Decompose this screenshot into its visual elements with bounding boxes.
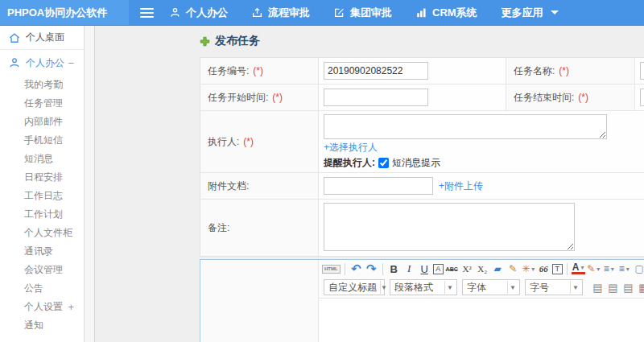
nav-personal-office[interactable]: 个人办公 [170, 6, 228, 20]
remark-label: 备注: [200, 200, 319, 256]
bold-icon[interactable]: B [387, 262, 401, 276]
required-mark: (*) [253, 65, 263, 76]
page-title: 发布任务 [200, 34, 644, 48]
app-logo: PHPOA协同办公软件 [0, 0, 129, 25]
add-icon [200, 36, 210, 47]
caret-down-icon [551, 10, 559, 14]
sidebar-submenu: 我的考勤任务管理内部邮件手机短信短消息日程安排工作日志工作计划个人文件柜通讯录会… [0, 76, 84, 298]
task-no-input[interactable] [324, 62, 428, 80]
blockquote-icon[interactable]: 66 [537, 262, 551, 276]
upload-icon [252, 7, 262, 18]
sidebar-item[interactable]: 个人文件柜 [0, 224, 84, 242]
custom-title-select[interactable]: 自定义标题 ▼ [324, 279, 385, 295]
align-center-icon[interactable]: ▤ [606, 280, 620, 295]
strikethrough-icon[interactable]: ABC [445, 262, 459, 276]
top-nav: 个人办公 流程审批 集团审批 CRM系统 更多应用 [170, 6, 559, 20]
sidebar-item[interactable]: 通讯录 [0, 242, 84, 261]
font-size-select[interactable]: 字号 ▼ [525, 279, 583, 295]
sidebar-item[interactable]: 任务管理 [0, 94, 84, 113]
start-time-input[interactable] [324, 89, 428, 106]
editor-toolbar-row2-icons: ▤▤▤▦∞∞ [590, 280, 644, 295]
toolbar-separator [345, 263, 345, 275]
attachment-label: 附件文档: [200, 173, 319, 199]
sidebar-item[interactable]: 工作日志 [0, 187, 84, 205]
paste-as-text-icon[interactable]: T [552, 264, 563, 274]
nav-workflow-approval[interactable]: 流程审批 [252, 6, 310, 20]
task-name-input[interactable] [640, 62, 644, 80]
highlight-color-icon[interactable]: ✎ [587, 262, 601, 276]
caret-down-icon: ▼ [444, 281, 455, 294]
font-color-icon[interactable]: A [572, 263, 585, 274]
sidebar-item[interactable]: 内部邮件 [0, 113, 84, 131]
form-row-time: 任务开始时间: (*) 任务结束时间: (*) [200, 84, 644, 111]
quick-format-icon[interactable]: ✳ [522, 262, 535, 276]
sidebar-item-label: 个人桌面 [26, 31, 64, 44]
ordered-list-icon[interactable]: ≡ [602, 262, 616, 276]
form-row-task-no: 任务编号: (*) 任务名称: (*) [200, 58, 644, 84]
sidebar-item-desktop[interactable]: 个人桌面 [0, 26, 84, 50]
nav-label: CRM系统 [432, 6, 477, 20]
edit-icon [334, 7, 345, 18]
form-row-remark: 备注: [200, 200, 644, 256]
nav-label: 更多应用 [502, 6, 543, 20]
subscript-icon[interactable]: X₂ [476, 262, 489, 276]
sidebar-item-notice[interactable]: 通知 [0, 316, 84, 335]
sidebar-item-settings[interactable]: 个人设置 + [0, 298, 84, 316]
new-page-icon[interactable]: ▢ [633, 262, 644, 276]
caret-down-icon: ▼ [507, 281, 518, 294]
required-mark: (*) [559, 65, 569, 76]
menu-toggle-icon[interactable] [140, 8, 154, 18]
expand-icon[interactable]: + [68, 298, 74, 316]
nav-crm-system[interactable]: CRM系统 [416, 6, 477, 20]
align-right-icon[interactable]: ▤ [621, 280, 635, 295]
nav-more-apps[interactable]: 更多应用 [502, 6, 559, 20]
sidebar-item[interactable]: 会议管理 [0, 261, 84, 279]
select-executor-link[interactable]: +选择执行人 [324, 141, 644, 155]
sidebar-item[interactable]: 手机短信 [0, 131, 84, 150]
remind-label: 提醒执行人: [324, 156, 375, 170]
executor-textarea[interactable] [324, 114, 607, 139]
end-time-input[interactable] [640, 89, 644, 106]
attachment-input[interactable] [324, 177, 433, 195]
editor-toolbar-row1: HTML↶↷BIUAABCX²X₂▰✎✳66TA✎≡≡▢ [319, 260, 644, 278]
nav-group-approval[interactable]: 集团审批 [334, 6, 392, 20]
collapse-icon[interactable]: − [68, 57, 74, 69]
sidebar-item[interactable]: 我的考勤 [0, 76, 84, 94]
superscript-icon[interactable]: X² [460, 262, 474, 276]
undo-icon[interactable]: ↶ [349, 262, 363, 276]
sms-remind-checkbox[interactable] [378, 158, 389, 168]
italic-icon[interactable]: I [402, 262, 416, 276]
align-left-icon[interactable]: ▤ [591, 280, 605, 295]
html-source-icon[interactable]: HTML [322, 265, 341, 274]
underline-icon[interactable]: U [418, 262, 431, 276]
remark-textarea[interactable] [324, 203, 575, 251]
paragraph-format-select[interactable]: 段落格式 ▼ [390, 279, 457, 295]
nav-label: 集团审批 [350, 6, 392, 20]
page-title-label: 发布任务 [215, 34, 260, 48]
font-box-icon[interactable]: A [433, 264, 444, 274]
content-area: 发布任务 任务编号: (*) 任务名称: (*) [95, 26, 644, 342]
sidebar-item-label: 个人设置 [24, 301, 63, 312]
sidebar-item[interactable]: 工作计划 [0, 205, 84, 224]
required-mark: (*) [272, 92, 283, 103]
editor-content[interactable] [319, 299, 644, 342]
top-header: PHPOA协同办公软件 个人办公 流程审批 集团审批 CRM系统 更多应用 [0, 0, 644, 26]
sidebar-item[interactable]: 公告 [0, 279, 84, 298]
format-brush-icon[interactable]: ✎ [506, 262, 520, 276]
unordered-list-icon[interactable]: ≡ [617, 262, 631, 276]
attachment-upload-link[interactable]: +附件上传 [439, 179, 483, 193]
sidebar-item[interactable]: 短消息 [0, 150, 84, 168]
home-icon [9, 32, 20, 43]
redo-icon[interactable]: ↷ [365, 262, 378, 276]
sidebar: 个人桌面 个人办公 − 我的考勤任务管理内部邮件手机短信短消息日程安排工作日志工… [0, 26, 84, 342]
panel-splitter[interactable] [84, 26, 95, 342]
nav-label: 个人办公 [186, 6, 228, 20]
align-justify-icon[interactable]: ▦ [637, 280, 644, 295]
eraser-icon[interactable]: ▰ [491, 262, 505, 276]
font-family-select[interactable]: 字体 ▼ [462, 279, 520, 295]
sidebar-section-personal-office[interactable]: 个人办公 − [0, 50, 84, 76]
caret-down-icon: ▼ [380, 281, 387, 294]
sidebar-item[interactable]: 日程安排 [0, 168, 84, 187]
rich-text-editor: HTML↶↷BIUAABCX²X₂▰✎✳66TA✎≡≡▢ 自定义标题 ▼ 段落格… [200, 259, 644, 342]
form-row-attachment: 附件文档: +附件上传 [200, 173, 644, 200]
